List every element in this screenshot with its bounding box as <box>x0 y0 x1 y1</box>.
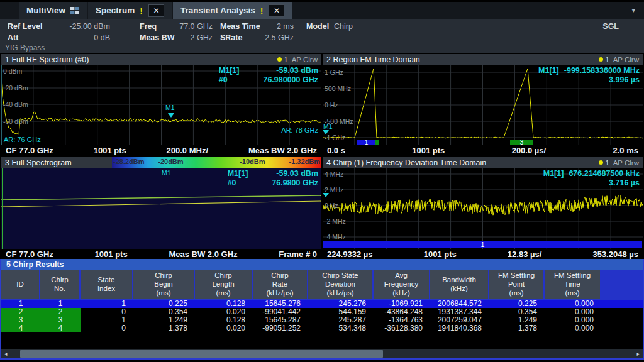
tab-transient-analysis[interactable]: Transient Analysis ! ✕ <box>173 2 292 19</box>
close-icon[interactable]: ✕ <box>269 4 284 17</box>
window-chirp-results[interactable]: 5 Chirp Results IDChirp No.State IndexCh… <box>0 259 644 360</box>
meas-time-value[interactable]: 2 ms <box>248 22 294 31</box>
chirp-region-divider <box>375 140 379 145</box>
tab-spectrum[interactable]: Spectrum ! ✕ <box>88 2 172 19</box>
window-chirp-freq-deviation[interactable]: 4 Chirp (1) Frequency Deviation Time Dom… <box>323 157 643 259</box>
spectrogram-colorbar: -28.2dBm -20dBm -10dBm -1.32dBm <box>112 157 321 168</box>
table-cell: 2 <box>1 308 40 316</box>
spectrogram-chart[interactable]: M1 M1[1]-59.03 dBm #076.9800 GHz <box>1 168 321 249</box>
model-value[interactable]: Chirp <box>334 22 353 31</box>
column-header-filler <box>601 270 643 299</box>
column-header[interactable]: Chirp Length (ms) <box>195 270 252 299</box>
table-cell: -36128.380 <box>374 324 430 332</box>
y-tick-label: 0 Hz <box>325 202 338 209</box>
channel-info-bar: Ref Level -25.00 dBm Freq 77.0 GHz Meas … <box>0 19 644 53</box>
table-cell: 1.378 <box>489 324 545 332</box>
close-icon[interactable]: ✕ <box>148 4 164 17</box>
table-cell: -99041.442 <box>253 308 308 316</box>
table-cell: 0.020 <box>195 324 253 332</box>
trace-legend: 1 AP Clrw <box>599 56 639 63</box>
y-tick-label: -20 dBm <box>3 84 28 92</box>
table-cell: 0.000 <box>545 308 601 316</box>
column-header[interactable]: ID <box>1 270 39 299</box>
horizontal-scrollbar[interactable]: ◄ ► <box>1 349 643 358</box>
marker-readout: M1[1]-59.03 dBm #076.980000 GHz <box>219 66 318 84</box>
table-cell: 0.020 <box>195 308 253 316</box>
column-header[interactable]: Chirp Begin (ms) <box>133 270 194 299</box>
table-cell: 2 <box>40 308 80 316</box>
trace-legend: 1 AP Clrw <box>599 159 639 167</box>
window4-title-bar[interactable]: 4 Chirp (1) Frequency Deviation Time Dom… <box>323 157 643 168</box>
instrument-screen: MultiView Spectrum ! ✕ Transient Analysi… <box>0 0 644 362</box>
table-cell: 1.378 <box>133 324 195 332</box>
meas-bw-readout: Meas BW 2.0 GHz <box>169 250 237 259</box>
table-cell: 0.128 <box>195 316 253 324</box>
tab-multiview[interactable]: MultiView <box>19 2 87 19</box>
table-cell: 0 <box>80 324 133 332</box>
window2-title-bar[interactable]: 2 Region FM Time Domain 1 AP Clrw <box>323 54 643 65</box>
chirp-1-region-bar: 1 <box>323 241 642 248</box>
marker-m1[interactable] <box>323 193 329 197</box>
marker-m1[interactable] <box>323 130 329 134</box>
span-per-div: 200.0 MHz/ <box>167 146 208 155</box>
table-cell: 2006844.572 <box>430 300 489 308</box>
table-cell: 3 <box>40 316 80 324</box>
results-title-bar[interactable]: 5 Chirp Results <box>1 259 643 270</box>
window-full-spectrogram[interactable]: 3 Full Spectrogram -28.2dBm -20dBm -10dB… <box>1 157 321 259</box>
att-value[interactable]: 0 dB <box>38 33 110 42</box>
time-per-div: 200.0 µs/ <box>512 146 546 155</box>
ref-level-value[interactable]: -25.00 dBm <box>38 22 110 31</box>
table-cell: 0.000 <box>545 316 601 324</box>
window-full-rf-spectrum[interactable]: 1 Full RF Spectrum (#0) 1 AP Clrw 0 dBm … <box>1 54 321 155</box>
table-row[interactable]: 2200.3540.020-99041.442544.159-43864.248… <box>1 308 643 316</box>
table-cell: 0.354 <box>489 308 545 316</box>
chirp-region-1[interactable]: 1 <box>357 140 375 145</box>
window3-title-bar[interactable]: 3 Full Spectrogram -28.2dBm -20dBm -10dB… <box>1 157 321 168</box>
column-header[interactable]: Chirp No. <box>40 270 79 299</box>
column-header[interactable]: Chirp Rate (kHz/µs) <box>253 270 307 299</box>
fm-time-chart[interactable]: 1 GHz 500 MHz 0 Hz -500 MHz -1 GHz M1[1]… <box>323 65 643 145</box>
column-header[interactable]: Bandwidth (kHz) <box>430 270 488 299</box>
marker-m1[interactable] <box>168 113 174 118</box>
tabbar-menu-caret-icon[interactable]: ▾ <box>631 6 635 14</box>
table-cell: 0.000 <box>545 300 601 308</box>
window-region-fm-time-domain[interactable]: 2 Region FM Time Domain 1 AP Clrw 1 GHz … <box>323 54 643 155</box>
table-cell: 0.128 <box>195 300 253 308</box>
spectrum-chart[interactable]: 0 dBm -20 dBm -40 dBm -60 dBm M1[1]-59.0… <box>1 65 321 145</box>
table-row[interactable]: 4401.3780.020-99051.252534.348-36128.380… <box>1 324 643 332</box>
table-cell: -43864.248 <box>374 308 430 316</box>
table-cell: 1931387.344 <box>430 308 489 316</box>
tab-bar: MultiView Spectrum ! ✕ Transient Analysi… <box>0 2 644 19</box>
table-row[interactable]: 3311.2490.12815645.287245.287-1364.76320… <box>1 316 643 324</box>
scroll-right-icon[interactable]: ► <box>634 349 643 358</box>
scroll-left-icon[interactable]: ◄ <box>1 349 10 358</box>
window3-footer: CF 77.0 GHz 1001 pts Meas BW 2.0 GHz Fra… <box>1 249 321 259</box>
freq-deviation-chart[interactable]: 4 MHz 2 MHz 0 Hz -2 MHz -4 MHz M1[1]676.… <box>323 168 643 249</box>
table-cell: 2007259.047 <box>430 316 489 324</box>
column-header[interactable]: State Index <box>80 270 132 299</box>
results-rows: 1110.2250.12815645.276245.276-1069.92120… <box>1 300 643 332</box>
freq-value[interactable]: 77.0 GHz <box>154 22 213 31</box>
analysis-region-right: AR: 78 GHz <box>281 126 318 134</box>
meas-bw-value[interactable]: 2 GHz <box>154 33 213 42</box>
column-header[interactable]: FM Settling Time (ms) <box>545 270 600 299</box>
table-cell: 1.249 <box>489 316 545 324</box>
table-cell: 1 <box>1 300 40 308</box>
marker-m1-label: M1 <box>162 169 171 177</box>
chirp-region-3[interactable]: 3 <box>510 140 533 145</box>
scrollbar-thumb[interactable] <box>20 350 383 358</box>
model-label: Model <box>306 22 329 31</box>
table-cell: 4 <box>1 324 40 332</box>
tab-multiview-label: MultiView <box>26 6 65 15</box>
table-row[interactable]: 1110.2250.12815645.276245.276-1069.92120… <box>1 300 643 308</box>
column-header[interactable]: Chirp State Deviation (kHz/µs) <box>308 270 372 299</box>
srate-value[interactable]: 2.5 GHz <box>248 33 294 42</box>
column-header[interactable]: Avg Frequency (kHz) <box>374 270 429 299</box>
column-header[interactable]: FM Settling Point (ms) <box>489 270 543 299</box>
marker-m1-label: M1 <box>165 104 175 111</box>
window1-title-bar[interactable]: 1 Full RF Spectrum (#0) 1 AP Clrw <box>1 54 321 65</box>
y-tick-label: 0 dBm <box>3 67 22 75</box>
table-cell: -99051.252 <box>253 324 308 332</box>
table-cell: 0.000 <box>545 324 601 332</box>
table-cell-filler <box>601 300 643 308</box>
